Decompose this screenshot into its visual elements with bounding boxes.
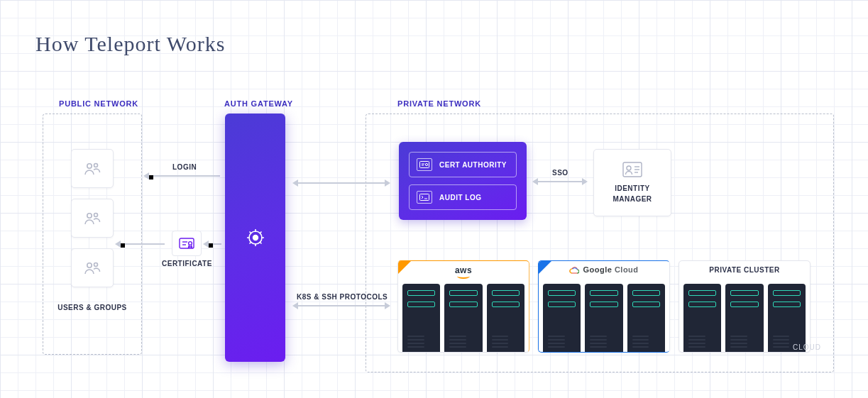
users-icon [83, 162, 101, 176]
watermark-text: CLOUD [793, 343, 821, 351]
user-group-card-1 [71, 149, 114, 188]
edge-label-login: LOGIN [172, 163, 197, 171]
teleport-gear-icon [243, 226, 268, 250]
cluster-aws: aws [397, 260, 529, 353]
arrow-gateway-to-services [298, 182, 385, 184]
identity-manager-label: IDENTITY MANAGER [612, 183, 652, 204]
gcp-logo-prefix: Google [583, 265, 612, 274]
arrow-certificate-right [209, 243, 221, 245]
identity-manager-card: IDENTITY MANAGER [593, 149, 671, 216]
edge-label-certificate: CERTIFICATE [162, 260, 212, 267]
server-node [768, 284, 806, 352]
server-node [487, 284, 524, 352]
private-server-row [683, 284, 806, 352]
edge-label-sso: SSO [552, 169, 568, 177]
auth-services-panel: CERT AUTHORITY AUDIT LOG [399, 142, 527, 220]
gcp-logo: Google Cloud [539, 265, 669, 275]
label-auth-gateway: AUTH GATEWAY [224, 99, 293, 108]
aws-logo: aws [398, 265, 529, 275]
svg-point-3 [94, 213, 98, 216]
auth-gateway-column [225, 114, 285, 362]
cluster-private: PRIVATE CLUSTER [679, 260, 811, 353]
terminal-icon [417, 191, 432, 204]
certificate-icon [179, 238, 194, 249]
private-cluster-text: PRIVATE CLUSTER [709, 266, 779, 274]
edge-label-protocols: K8S & SSH PROTOCOLS [297, 293, 388, 301]
svg-point-13 [425, 163, 427, 165]
google-cloud-icon [569, 265, 579, 274]
svg-rect-16 [420, 194, 429, 201]
aws-server-row [402, 284, 524, 352]
users-icon [83, 261, 101, 275]
private-cluster-label: PRIVATE CLUSTER [679, 265, 810, 274]
cluster-gcp: Google Cloud [538, 260, 670, 353]
label-public-network: PUBLIC NETWORK [59, 99, 138, 108]
label-private-network: PRIVATE NETWORK [397, 99, 481, 108]
server-node [444, 284, 482, 352]
certificate-icon [417, 158, 432, 171]
svg-point-2 [87, 213, 92, 217]
svg-point-0 [87, 163, 92, 167]
diagram-title: How Teleport Works [35, 32, 225, 56]
server-node [725, 284, 763, 352]
svg-point-9 [189, 242, 192, 245]
svg-point-5 [94, 262, 98, 266]
server-node [402, 284, 440, 352]
arrow-login [149, 175, 220, 177]
certificate-chip [172, 231, 202, 256]
aws-logo-text: aws [455, 265, 472, 275]
server-node [683, 284, 721, 352]
arrow-gateway-to-clusters [298, 305, 385, 306]
svg-point-11 [252, 235, 258, 241]
id-badge-icon [622, 162, 642, 177]
cert-authority-row: CERT AUTHORITY [409, 152, 517, 177]
users-and-groups-label: USERS & GROUPS [53, 304, 131, 311]
svg-point-4 [87, 262, 92, 267]
gcp-logo-suffix: Cloud [615, 265, 639, 274]
arrow-sso [538, 181, 582, 182]
user-group-card-3 [71, 248, 114, 287]
users-icon [83, 211, 101, 226]
svg-point-18 [627, 166, 631, 170]
gcp-server-row [543, 284, 665, 352]
user-group-card-2 [71, 199, 114, 238]
svg-point-1 [94, 163, 98, 167]
cert-authority-label: CERT AUTHORITY [439, 161, 507, 169]
server-node [627, 284, 665, 352]
arrow-certificate-left [121, 243, 165, 245]
audit-log-label: AUDIT LOG [439, 194, 482, 201]
audit-log-row: AUDIT LOG [409, 184, 517, 210]
server-node [585, 284, 622, 352]
server-node [543, 284, 581, 352]
